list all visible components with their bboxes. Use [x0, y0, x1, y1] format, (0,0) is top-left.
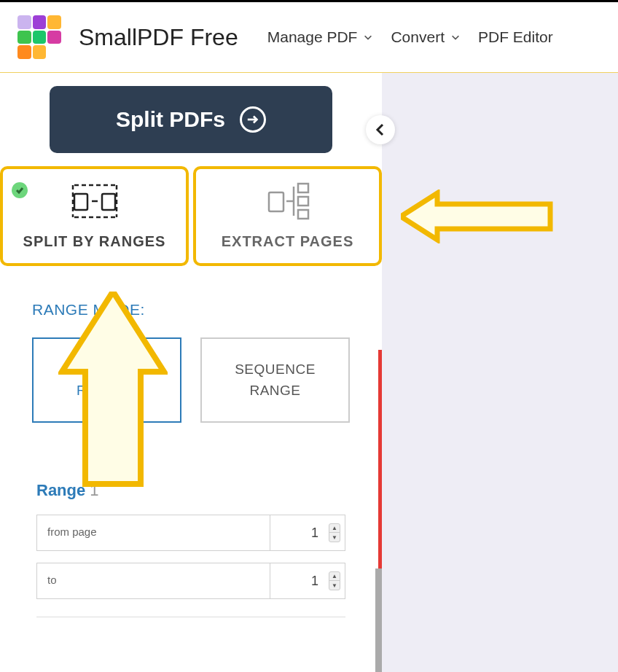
svg-rect-13 [298, 210, 308, 219]
mode-tabs: SPLIT BY RANGES EXTRACT PAGES [0, 166, 382, 266]
annotation-arrow-up [58, 292, 168, 490]
nav-editor-label: PDF Editor [478, 28, 553, 46]
split-button-label: Split PDFs [116, 107, 225, 132]
split-ranges-icon [71, 179, 118, 223]
nav-convert[interactable]: Convert [391, 28, 461, 46]
sequence-range-button[interactable]: SEQUENCE RANGE [200, 337, 350, 423]
check-icon [12, 182, 28, 198]
collapse-panel-button[interactable] [366, 115, 395, 144]
extract-pages-icon [265, 179, 311, 223]
scrollbar-gray[interactable] [375, 569, 382, 672]
spinner-up-icon[interactable]: ▲ [329, 572, 340, 581]
left-panel: Split PDFs [0, 73, 382, 672]
divider [36, 617, 345, 617]
annotation-arrow-left [401, 190, 554, 246]
tab-split-by-ranges[interactable]: SPLIT BY RANGES [0, 166, 189, 266]
chevron-left-icon [375, 122, 386, 137]
nav-manage-label: Manage PDF [267, 28, 358, 46]
svg-rect-12 [298, 197, 308, 206]
nav-manage-pdf[interactable]: Manage PDF [267, 28, 374, 46]
svg-rect-11 [298, 184, 308, 192]
scrollbar-red[interactable] [378, 350, 382, 569]
from-page-spinner: ▲ ▼ [329, 523, 340, 542]
brand-name: SmallPDF Free [79, 24, 238, 51]
spinner-down-icon[interactable]: ▼ [329, 581, 340, 590]
main-nav: Manage PDF Convert PDF Editor [267, 28, 553, 46]
to-page-row: to 1 ▲ ▼ [36, 563, 345, 599]
nav-convert-label: Convert [391, 28, 445, 46]
svg-marker-14 [401, 193, 550, 240]
tab-extract-pages[interactable]: EXTRACT PAGES [193, 166, 382, 266]
to-page-spinner: ▲ ▼ [329, 571, 340, 590]
svg-marker-15 [62, 292, 164, 484]
range-section: RANGE MODE: PERSONAL RANGES SEQUENCE RAN… [0, 266, 382, 617]
tab-extract-label: EXTRACT PAGES [222, 233, 354, 250]
range-1-group: Range 1 from page 1 ▲ ▼ to 1 [32, 481, 350, 617]
split-pdfs-button[interactable]: Split PDFs [50, 86, 332, 153]
arrow-right-circle-icon [240, 106, 266, 133]
from-page-label: from page [37, 515, 270, 550]
spinner-up-icon[interactable]: ▲ [329, 524, 340, 533]
app-logo [17, 15, 61, 59]
svg-rect-2 [102, 194, 115, 210]
to-page-input[interactable]: 1 ▲ ▼ [270, 563, 345, 598]
app-header: SmallPDF Free Manage PDF Convert PDF Edi… [0, 2, 618, 73]
from-page-value: 1 [270, 526, 324, 541]
spinner-down-icon[interactable]: ▼ [329, 533, 340, 542]
to-page-value: 1 [270, 574, 324, 589]
tab-split-label: SPLIT BY RANGES [23, 233, 166, 250]
chevron-down-icon [450, 32, 461, 42]
nav-pdf-editor[interactable]: PDF Editor [478, 28, 553, 46]
svg-rect-1 [74, 194, 87, 210]
from-page-input[interactable]: 1 ▲ ▼ [270, 515, 345, 550]
to-page-label: to [37, 563, 270, 598]
preview-panel [382, 73, 618, 672]
from-page-row: from page 1 ▲ ▼ [36, 515, 345, 551]
svg-rect-8 [269, 192, 283, 211]
chevron-down-icon [363, 32, 373, 42]
